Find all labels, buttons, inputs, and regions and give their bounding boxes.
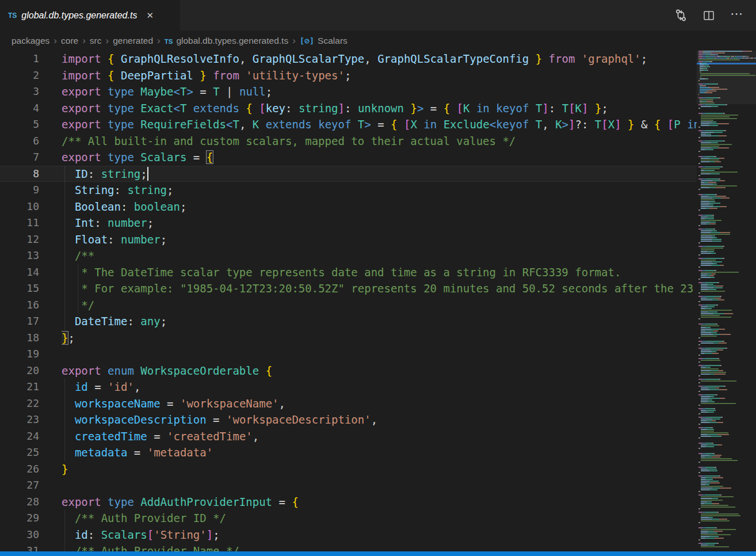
line-number[interactable]: 18: [0, 330, 39, 346]
line-number[interactable]: 23: [0, 412, 39, 428]
line-content: [62, 346, 697, 363]
code-line[interactable]: 3export type Maybe<T> = T | null;: [0, 83, 697, 100]
code-line[interactable]: 23 workspaceDescription = 'workspaceDesc…: [0, 412, 697, 428]
line-number[interactable]: 6: [0, 133, 39, 150]
indent-guide: [64, 182, 65, 199]
line-number[interactable]: 3: [0, 83, 39, 100]
line-content: DateTime: any;: [62, 313, 697, 330]
code-line[interactable]: 7export type Scalars = {: [0, 149, 697, 166]
code-line[interactable]: 1import { GraphQLResolveInfo, GraphQLSca…: [0, 51, 697, 67]
line-content: export type Scalars = {: [62, 149, 697, 166]
line-number[interactable]: 30: [0, 527, 39, 543]
typescript-file-icon: TS: [8, 12, 17, 20]
breadcrumb-item-core[interactable]: core: [61, 36, 78, 46]
line-content: [62, 477, 697, 494]
line-number[interactable]: 25: [0, 444, 39, 461]
close-tab-icon[interactable]: ✕: [144, 10, 156, 21]
line-number[interactable]: 19: [0, 346, 39, 363]
line-number[interactable]: 9: [0, 182, 39, 199]
indent-guide: [64, 444, 65, 461]
minimap[interactable]: [697, 51, 756, 551]
code-line[interactable]: 14 * The DateTime scalar type represents…: [0, 264, 697, 281]
line-number[interactable]: 27: [0, 477, 39, 494]
code-line[interactable]: 6/** All built-in and custom scalars, ma…: [0, 133, 697, 150]
line-number[interactable]: 5: [0, 116, 39, 133]
line-content: import { GraphQLResolveInfo, GraphQLScal…: [62, 51, 697, 67]
code-line[interactable]: 27: [0, 477, 697, 494]
code-line[interactable]: 31 /** Auth Provider Name */: [0, 543, 697, 551]
breadcrumb-item-generated[interactable]: generated: [113, 36, 153, 46]
code-line[interactable]: 26}: [0, 461, 697, 478]
chevron-right-icon: ›: [292, 36, 296, 45]
code-line[interactable]: 8 ID: string;: [0, 166, 697, 182]
code-line[interactable]: 16 */: [0, 297, 697, 314]
code-line[interactable]: 15 * For example: "1985-04-12T23:20:50.5…: [0, 280, 697, 297]
breadcrumb-item-Scalars[interactable]: [⊘]Scalars: [300, 36, 348, 46]
line-number[interactable]: 21: [0, 379, 39, 395]
line-content: metadata = 'metadata': [62, 444, 697, 461]
code-line[interactable]: 12 Float: number;: [0, 231, 697, 248]
line-number[interactable]: 29: [0, 510, 39, 527]
indent-guide: [64, 231, 65, 248]
tab-global-db-types-generated[interactable]: TS global.db.types.generated.ts ✕: [0, 0, 180, 31]
line-content: export type RequireFields<T, K extends k…: [62, 116, 697, 133]
code-line[interactable]: 22 workspaceName = 'workspaceName',: [0, 395, 697, 412]
line-number[interactable]: 11: [0, 215, 39, 231]
breadcrumb-item-packages[interactable]: packages: [12, 36, 49, 46]
code-line[interactable]: 4export type Exact<T extends { [key: str…: [0, 100, 697, 117]
line-number[interactable]: 20: [0, 363, 39, 379]
line-content: ID: string;: [62, 166, 697, 182]
indent-guide: [64, 264, 65, 281]
code-line[interactable]: 28export type AddAuthProviderInput = {: [0, 494, 697, 511]
code-line[interactable]: 18};: [0, 330, 697, 346]
line-number[interactable]: 4: [0, 100, 39, 117]
code-line[interactable]: 10 Boolean: boolean;: [0, 199, 697, 215]
indent-guide: [64, 313, 65, 330]
line-number[interactable]: 2: [0, 67, 39, 84]
breadcrumb: packages›core›src›generated›TSglobal.db.…: [0, 31, 756, 51]
line-content: export enum WorkspaceOrderable {: [62, 363, 697, 379]
line-number[interactable]: 15: [0, 280, 39, 297]
code-line[interactable]: 5export type RequireFields<T, K extends …: [0, 116, 697, 133]
indent-guide: [78, 264, 78, 281]
code-line[interactable]: 2import { DeepPartial } from 'utility-ty…: [0, 67, 697, 84]
code-line[interactable]: 19: [0, 346, 697, 363]
chevron-right-icon: ›: [106, 36, 109, 45]
code-line[interactable]: 21 id = 'id',: [0, 379, 697, 395]
line-number[interactable]: 17: [0, 313, 39, 330]
editor-pane[interactable]: 1import { GraphQLResolveInfo, GraphQLSca…: [0, 51, 697, 551]
line-number[interactable]: 22: [0, 395, 39, 412]
open-changes-icon[interactable]: [674, 9, 688, 22]
code-line[interactable]: 20export enum WorkspaceOrderable {: [0, 363, 697, 379]
line-number[interactable]: 10: [0, 199, 39, 215]
line-number[interactable]: 12: [0, 231, 39, 248]
line-number[interactable]: 16: [0, 297, 39, 314]
code-line[interactable]: 30 id: Scalars['String'];: [0, 527, 697, 543]
code-line[interactable]: 25 metadata = 'metadata': [0, 444, 697, 461]
breadcrumb-item-src[interactable]: src: [90, 36, 102, 46]
chevron-right-icon: ›: [54, 36, 57, 45]
line-number[interactable]: 13: [0, 247, 39, 264]
line-number[interactable]: 26: [0, 461, 39, 478]
line-content: /** All built-in and custom scalars, map…: [62, 133, 697, 150]
code-line[interactable]: 13 /**: [0, 247, 697, 264]
symbol-type-icon: [⊘]: [300, 36, 314, 45]
line-number[interactable]: 1: [0, 51, 39, 67]
more-actions-icon[interactable]: ⋯: [730, 7, 743, 24]
code-line[interactable]: 11 Int: number;: [0, 215, 697, 231]
line-number[interactable]: 31: [0, 543, 39, 551]
line-number[interactable]: 14: [0, 264, 39, 281]
line-number[interactable]: 7: [0, 149, 39, 166]
split-editor-icon[interactable]: [702, 9, 715, 22]
code-line[interactable]: 9 String: string;: [0, 182, 697, 199]
line-content: export type Exact<T extends { [key: stri…: [62, 100, 697, 117]
code-line[interactable]: 24 createdTime = 'createdTime',: [0, 428, 697, 445]
code-line[interactable]: 17 DateTime: any;: [0, 313, 697, 330]
breadcrumb-label: global.db.types.generated.ts: [176, 36, 288, 45]
code-line[interactable]: 29 /** Auth Provider ID */: [0, 510, 697, 527]
breadcrumb-item-global.db.types.generated.ts[interactable]: TSglobal.db.types.generated.ts: [165, 36, 288, 46]
line-content: /** Auth Provider ID */: [62, 510, 697, 527]
line-number[interactable]: 24: [0, 428, 39, 445]
line-number[interactable]: 28: [0, 494, 39, 511]
line-number[interactable]: 8: [0, 166, 39, 182]
